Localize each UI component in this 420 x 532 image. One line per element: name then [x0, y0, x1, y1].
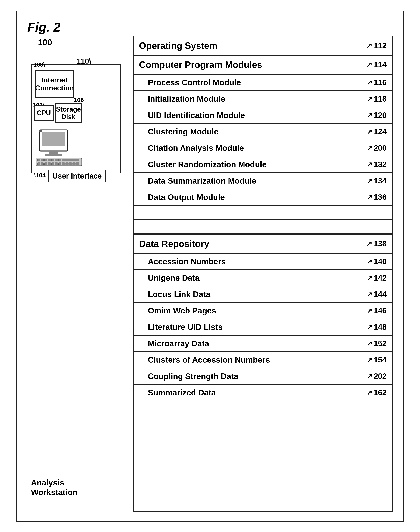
svg-rect-13 — [62, 159, 65, 161]
svg-rect-12 — [59, 159, 61, 161]
module-ref-num: 136 — [374, 193, 387, 202]
module-ref: ↗ 124 — [367, 127, 387, 136]
module-label: Data Summarization Module — [148, 176, 256, 186]
svg-rect-26 — [65, 163, 68, 165]
data-item-ref-num: 152 — [374, 339, 387, 348]
svg-rect-27 — [69, 163, 72, 165]
svg-rect-20 — [44, 163, 47, 165]
data-item-ref-num: 144 — [374, 290, 387, 299]
svg-rect-17 — [76, 159, 79, 161]
svg-point-2 — [39, 129, 42, 132]
svg-rect-22 — [51, 163, 54, 165]
data-item-ref-num: 146 — [374, 306, 387, 315]
module-arrow: ↗ — [367, 111, 372, 119]
svg-rect-25 — [62, 163, 65, 165]
data-item-arrow: ↗ — [367, 373, 372, 380]
module-ref: ↗ 132 — [367, 160, 387, 169]
cpu-box: CPU — [34, 105, 54, 121]
module-ref-num: 132 — [374, 160, 387, 169]
data-item-row: Clusters of Accession Numbers ↗ 154 — [134, 352, 392, 368]
data-item-arrow: ↗ — [367, 356, 372, 363]
data-item-ref: ↗ 154 — [367, 355, 387, 364]
module-label: Clustering Module — [148, 127, 219, 136]
data-item-ref-num: 148 — [374, 323, 387, 331]
label-100: 100 — [38, 38, 52, 47]
workstation-box: 108\ Internet Connection 106 102\ CPU St… — [31, 64, 121, 173]
svg-rect-11 — [55, 159, 58, 161]
data-repo-label: Data Repository — [139, 238, 209, 249]
data-item-ref-num: 162 — [374, 388, 387, 397]
data-item-ref: ↗ 146 — [367, 306, 387, 315]
svg-rect-9 — [48, 159, 51, 161]
fig-label: Fig. 2 — [28, 20, 60, 34]
svg-rect-15 — [69, 159, 72, 161]
svg-rect-6 — [37, 159, 40, 161]
data-item-ref-num: 202 — [374, 372, 387, 381]
data-item-arrow: ↗ — [367, 389, 372, 396]
module-label: Citation Analysis Module — [148, 143, 244, 153]
module-label: UID Identification Module — [148, 110, 245, 120]
bottom-spacer — [134, 429, 392, 511]
data-item-label: Literature UID Lists — [148, 322, 223, 332]
module-label: Data Output Module — [148, 192, 225, 202]
label-106: 106 — [74, 96, 84, 103]
os-label: Operating System — [139, 40, 217, 51]
module-row: Data Summarization Module ↗ 134 — [134, 173, 392, 189]
data-item-ref: ↗ 140 — [367, 257, 387, 266]
data-item-row: Locus Link Data ↗ 144 — [134, 286, 392, 303]
svg-rect-4 — [45, 154, 62, 156]
module-arrow: ↗ — [367, 144, 372, 152]
data-item-row: Summarized Data ↗ 162 — [134, 385, 392, 401]
data-item-arrow: ↗ — [367, 291, 372, 298]
empty-row-2 — [134, 220, 392, 234]
analysis-workstation-label: Analysis Workstation — [31, 478, 78, 497]
module-ref: ↗ 118 — [367, 94, 387, 103]
module-ref: ↗ 120 — [367, 111, 387, 120]
svg-rect-24 — [59, 163, 61, 165]
data-repo-section: Data Repository ↗ 138 Accession Numbers … — [134, 234, 392, 401]
svg-rect-10 — [51, 159, 54, 161]
module-ref: ↗ 134 — [367, 176, 387, 185]
modules-section: Process Control Module ↗ 116 Initializat… — [134, 75, 392, 206]
cpm-label: Computer Program Modules — [139, 59, 262, 70]
data-item-ref-num: 142 — [374, 273, 387, 282]
svg-rect-8 — [44, 159, 47, 161]
left-panel: 100 110\ 108\ Internet Connection 106 10… — [28, 36, 133, 512]
data-repo-row: Data Repository ↗ 138 — [134, 235, 392, 254]
module-arrow: ↗ — [367, 128, 372, 135]
data-item-label: Coupling Strength Data — [148, 372, 239, 381]
svg-rect-7 — [41, 159, 44, 161]
module-ref-num: 120 — [374, 111, 387, 120]
module-row: UID Identification Module ↗ 120 — [134, 107, 392, 124]
cpm-arrow: ↗ — [366, 61, 372, 69]
data-item-row: Omim Web Pages ↗ 146 — [134, 303, 392, 319]
user-interface-label: User Interface — [48, 170, 106, 182]
module-ref-num: 200 — [374, 144, 387, 152]
data-item-arrow: ↗ — [367, 274, 372, 282]
empty-row-4 — [134, 415, 392, 429]
data-item-arrow: ↗ — [367, 307, 372, 314]
os-arrow: ↗ — [366, 42, 372, 50]
module-row: Initialization Module ↗ 118 — [134, 91, 392, 107]
data-item-label: Locus Link Data — [148, 290, 210, 299]
module-row: Cluster Randomization Module ↗ 132 — [134, 156, 392, 173]
data-item-row: Microarray Data ↗ 152 — [134, 336, 392, 352]
module-row: Clustering Module ↗ 124 — [134, 124, 392, 140]
user-interface-area: \104 User Interface — [34, 128, 119, 182]
svg-rect-21 — [48, 163, 51, 165]
module-arrow: ↗ — [367, 193, 372, 201]
data-items-section: Accession Numbers ↗ 140 Unigene Data ↗ 1… — [134, 254, 392, 401]
data-item-row: Literature UID Lists ↗ 148 — [134, 319, 392, 336]
svg-rect-14 — [65, 159, 68, 161]
module-ref-num: 118 — [374, 94, 387, 103]
module-ref-num: 124 — [374, 127, 387, 136]
data-repo-arrow: ↗ — [366, 240, 372, 248]
module-row: Process Control Module ↗ 116 — [134, 75, 392, 91]
data-item-ref: ↗ 202 — [367, 372, 387, 381]
data-item-row: Coupling Strength Data ↗ 202 — [134, 368, 392, 385]
storage-box: Storage Disk — [55, 103, 82, 123]
empty-row-3 — [134, 401, 392, 415]
os-ref: ↗ 112 — [366, 41, 387, 50]
data-item-ref-num: 154 — [374, 355, 387, 364]
svg-rect-29 — [76, 163, 79, 165]
